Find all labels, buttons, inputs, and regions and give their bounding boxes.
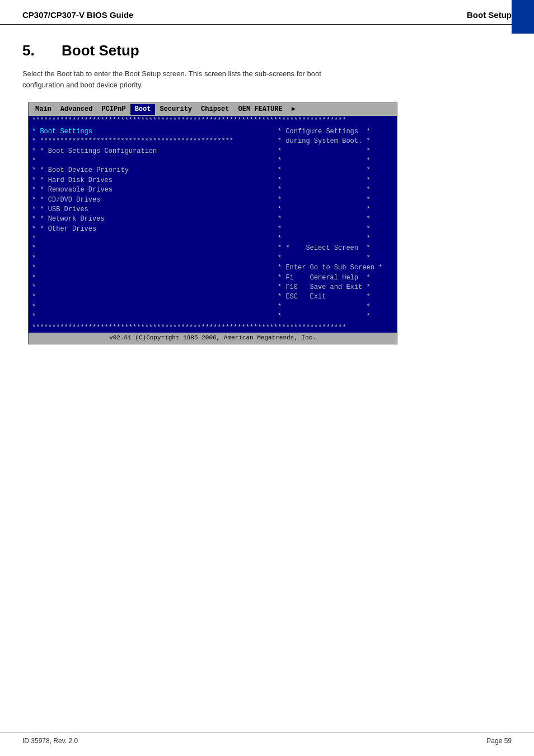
- bios-row-blank1: *: [32, 156, 270, 166]
- bios-left-column: * Boot Settings * **********************…: [29, 126, 274, 323]
- bios-right-blank9: * *: [278, 225, 394, 234]
- main-content: 5. Boot Setup Select the Boot tab to ent…: [0, 25, 534, 367]
- bios-right-blank3: * *: [278, 166, 394, 175]
- header-title-left: CP307/CP307-V BIOS Guide: [22, 10, 133, 20]
- svg-rect-0: [512, 0, 534, 28]
- section-title: Boot Setup: [62, 42, 139, 59]
- bios-row-bdp: * * Boot Device Priority: [32, 166, 270, 175]
- bios-row-blank8: *: [32, 292, 270, 302]
- page-header: CP307/CP307-V BIOS Guide Boot Setup: [0, 0, 534, 25]
- bios-stars-top: ****************************************…: [32, 116, 394, 125]
- bios-row-network: * * Network Drives: [32, 214, 270, 224]
- bios-right-blank11: * *: [278, 254, 394, 263]
- bios-menu-main[interactable]: Main: [31, 104, 56, 115]
- bios-menu-end: ►: [287, 104, 300, 115]
- bios-row-blank3: *: [32, 244, 270, 253]
- bios-row-boot-settings: * Boot Settings: [32, 127, 270, 137]
- bios-row-blank4: *: [32, 254, 270, 263]
- bios-right-column: * Configure Settings * * during System B…: [274, 126, 397, 323]
- bios-row-blank10: *: [32, 312, 270, 321]
- bios-menu-boot[interactable]: Boot: [130, 104, 156, 115]
- bios-copyright-footer: v02.61 (C)Copyright 1985-2006, American …: [29, 333, 397, 344]
- bios-row-blank7: *: [32, 283, 270, 292]
- page-footer: ID 35978, Rev. 2.0 Page 59: [0, 732, 534, 745]
- footer-page: Page 59: [486, 737, 512, 745]
- header-title-right: Boot Setup: [467, 10, 512, 20]
- bios-stars-bottom: ****************************************…: [32, 323, 394, 333]
- bios-right-configure: * Configure Settings *: [278, 127, 394, 137]
- bios-menu-security[interactable]: Security: [155, 104, 196, 115]
- bios-menu-chipset[interactable]: Chipset: [196, 104, 233, 115]
- bios-row-blank2: *: [32, 234, 270, 244]
- bios-right-f1: * F1 General Help *: [278, 273, 394, 283]
- bios-row-blank6: *: [32, 273, 270, 283]
- bios-row-hdd: * * Hard Disk Drives: [32, 176, 270, 185]
- bios-right-f10: * F10 Save and Exit *: [278, 283, 394, 292]
- bios-right-blank1: * *: [278, 147, 394, 156]
- section-heading: 5. Boot Setup: [22, 42, 512, 59]
- bios-row-stars1: * **************************************…: [32, 137, 270, 146]
- bios-right-blank13: * *: [278, 312, 394, 321]
- corner-tab: [506, 0, 534, 34]
- bios-row-cddvd: * * CD/DVD Drives: [32, 195, 270, 205]
- bios-row-usb: * * USB Drives: [32, 205, 270, 214]
- bios-menubar: Main Advanced PCIPnP Boot Security Chips…: [29, 103, 397, 116]
- bios-menu-advanced[interactable]: Advanced: [56, 104, 97, 115]
- bios-right-select: * * Select Screen *: [278, 244, 394, 253]
- bios-right-blank6: * *: [278, 195, 394, 205]
- bios-right-esc: * ESC Exit *: [278, 292, 394, 302]
- svg-rect-1: [512, 28, 534, 34]
- bios-row-blank9: *: [32, 302, 270, 312]
- section-number: 5.: [22, 42, 45, 59]
- bios-right-enter: * Enter Go to Sub Screen *: [278, 263, 394, 273]
- section-description: Select the Boot tab to enter the Boot Se…: [22, 68, 512, 90]
- footer-id: ID 35978, Rev. 2.0: [22, 737, 78, 745]
- bios-right-blank5: * *: [278, 185, 394, 195]
- bios-row-bsc: * * Boot Settings Configuration: [32, 147, 270, 156]
- bios-right-blank8: * *: [278, 214, 394, 224]
- bios-right-blank12: * *: [278, 302, 394, 312]
- bios-row-other: * * Other Drives: [32, 225, 270, 234]
- bios-menu-pcipnp[interactable]: PCIPnP: [97, 104, 130, 115]
- bios-screen: Main Advanced PCIPnP Boot Security Chips…: [28, 102, 397, 344]
- bios-right-during: * during System Boot. *: [278, 137, 394, 146]
- bios-right-blank7: * *: [278, 205, 394, 214]
- bios-row-blank5: *: [32, 263, 270, 273]
- bios-right-blank2: * *: [278, 156, 394, 166]
- bios-right-blank10: * *: [278, 234, 394, 244]
- bios-menu-oemfeature[interactable]: OEM FEATURE: [233, 104, 287, 115]
- bios-row-removable: * * Removable Drives: [32, 185, 270, 195]
- bios-right-blank4: * *: [278, 176, 394, 185]
